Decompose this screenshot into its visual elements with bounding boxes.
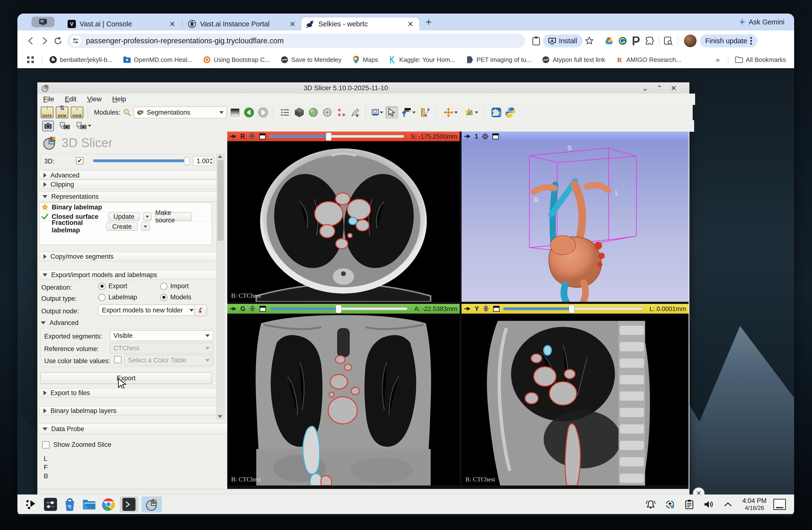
module-history-icon[interactable] xyxy=(279,107,291,118)
copy-move-collapsible[interactable]: Copy/move segments xyxy=(39,252,218,261)
view-menu-icon[interactable] xyxy=(259,306,266,312)
clipboard-tray-icon[interactable] xyxy=(681,497,697,512)
markups-asterisk-icon[interactable] xyxy=(335,107,347,118)
crosshair-button[interactable] xyxy=(442,107,460,118)
window-controls-pill[interactable] xyxy=(31,17,55,27)
annotations-pen-icon[interactable] xyxy=(349,107,361,118)
bookmark-item[interactable]: Maps xyxy=(352,56,378,64)
window-level-button[interactable] xyxy=(400,107,417,118)
reference-volume-combo[interactable]: CTChest xyxy=(110,343,213,353)
data-probe-collapsible[interactable]: Data Probe xyxy=(39,423,228,434)
tab-close-icon[interactable]: ✕ xyxy=(288,20,297,28)
tab-selkies[interactable]: Selkies - webrtc ✕ xyxy=(301,17,419,30)
pin-icon[interactable] xyxy=(230,133,237,140)
mesh-sphere-icon[interactable] xyxy=(321,107,333,118)
export-import-collapsible[interactable]: Export/import models and labelmaps xyxy=(39,270,219,280)
tab-close-icon[interactable]: ✕ xyxy=(168,20,177,28)
pin-icon[interactable] xyxy=(230,306,237,312)
show-zoomed-slice-checkbox[interactable]: Show Zoomed Slice xyxy=(42,441,111,448)
pin-icon[interactable] xyxy=(464,133,471,140)
binary-layers-collapsible[interactable]: Binary labelmap layers xyxy=(39,406,218,415)
viewport-coronal[interactable]: G A: -22.5383mm B: CTChest xyxy=(227,304,460,486)
module-selector[interactable]: Segmentations xyxy=(133,107,227,118)
representations-collapsible[interactable]: Representations xyxy=(39,192,219,201)
module-forward-button[interactable] xyxy=(257,107,269,118)
chrome-button[interactable] xyxy=(100,497,116,512)
show-desktop-button[interactable] xyxy=(773,499,786,510)
tab-vast-portal[interactable]: Vast.ai Instance Portal ✕ xyxy=(184,17,301,30)
file-manager-button[interactable] xyxy=(81,497,97,512)
save-button[interactable]: ↓SAVE xyxy=(71,107,83,118)
dicom-button[interactable]: ⇅DCM xyxy=(56,107,68,118)
view-menu-icon[interactable] xyxy=(493,306,500,312)
apps-grid-icon[interactable] xyxy=(24,53,37,67)
new-tab-button[interactable]: + xyxy=(425,16,432,28)
bookmark-item[interactable]: benbalter/jekyll-b... xyxy=(49,56,113,64)
system-settings-button[interactable] xyxy=(43,497,58,512)
address-bar[interactable]: passenger-profession-representations-gig… xyxy=(67,33,525,48)
menu-edit[interactable]: Edit xyxy=(65,95,76,103)
window-controls[interactable]: ⌄⌃✕ xyxy=(642,84,685,92)
slider-handle[interactable] xyxy=(326,132,332,141)
slider-handle[interactable] xyxy=(569,305,575,313)
slider-handle[interactable] xyxy=(184,157,190,165)
scrollbar-thumb[interactable] xyxy=(218,160,223,240)
export-advanced-collapsible[interactable]: Advanced xyxy=(41,319,78,327)
menu-file[interactable]: File xyxy=(43,95,54,103)
bookmark-item[interactable]: Kaggle: Your Hom... xyxy=(389,56,455,64)
tab-close-icon[interactable]: ✕ xyxy=(406,20,415,28)
scene-view-restore-button[interactable] xyxy=(76,120,91,132)
opacity-3d-checkbox[interactable]: ✔ xyxy=(76,157,83,164)
slicer-taskbar-button[interactable] xyxy=(142,497,162,512)
mouse-interaction-button[interactable] xyxy=(386,107,398,118)
exported-segments-combo[interactable]: Visible xyxy=(110,330,213,341)
bookmark-item[interactable]: R AMIGO Research... xyxy=(615,56,681,64)
all-bookmarks-button[interactable]: All Bookmarks xyxy=(735,56,786,64)
slider-handle[interactable] xyxy=(336,305,342,313)
reload-button[interactable] xyxy=(51,34,65,47)
create-dropdown-button[interactable] xyxy=(141,222,150,231)
bookmark-star-icon[interactable] xyxy=(582,34,596,47)
slicer-title-bar[interactable]: 3D Slicer 5.10.0-2025-11-10 ⌄⌃✕ xyxy=(38,82,689,94)
module-back-button[interactable] xyxy=(243,107,255,118)
opacity-slider[interactable] xyxy=(93,159,189,162)
python-console-icon[interactable] xyxy=(505,107,516,118)
scene-view-capture-button[interactable] xyxy=(59,120,71,132)
scroll-up-arrow[interactable] xyxy=(218,155,222,158)
taskbar-clock[interactable]: 4:04 PM 4/16/26 xyxy=(742,497,767,512)
viewport-3d[interactable]: S R L xyxy=(462,131,688,302)
send-to-device-icon[interactable] xyxy=(662,34,675,47)
layout-selector-button[interactable] xyxy=(372,107,383,118)
view-menu-icon[interactable] xyxy=(492,133,499,140)
bookmark-item[interactable]: Using Bootstrap C... xyxy=(203,56,270,64)
clipping-collapsible[interactable]: Clipping xyxy=(39,180,218,189)
extensions-manager-icon[interactable]: E xyxy=(491,107,502,118)
output-node-combo[interactable]: Export models to new folder xyxy=(98,305,197,316)
avatar[interactable] xyxy=(684,34,697,47)
back-button[interactable] xyxy=(24,34,38,47)
bookmark-item[interactable]: OpenMD.com Heal... xyxy=(123,56,192,64)
slice-visibility-icon[interactable] xyxy=(248,133,256,140)
view-menu-icon[interactable] xyxy=(259,133,266,140)
operation-import-radio[interactable]: Import xyxy=(160,282,189,290)
drive-extension-icon[interactable] xyxy=(603,34,616,47)
sagittal-slice-slider[interactable] xyxy=(503,307,643,310)
coronal-slice-slider[interactable] xyxy=(270,307,407,310)
grammarly-extension-icon[interactable] xyxy=(616,34,629,47)
p-extension-icon[interactable] xyxy=(629,34,643,47)
output-node-reset-button[interactable] xyxy=(194,305,207,316)
menu-view[interactable]: View xyxy=(87,95,101,103)
forward-button[interactable] xyxy=(38,34,51,47)
measurement-ruler-icon[interactable] xyxy=(420,107,431,118)
use-color-table-checkbox[interactable] xyxy=(114,356,121,363)
bookmark-item[interactable]: PET imaging of tu... xyxy=(466,56,532,64)
discover-store-button[interactable] xyxy=(62,497,78,512)
clipboard-icon[interactable] xyxy=(530,34,543,47)
site-settings-icon[interactable] xyxy=(70,35,81,46)
bookmark-item[interactable]: Atypon full text link xyxy=(542,56,605,64)
bookmarks-overflow-chevrons[interactable]: » xyxy=(716,56,720,64)
ask-gemini-button[interactable]: Ask Gemini xyxy=(739,18,784,26)
advanced-collapsible[interactable]: Advanced xyxy=(39,171,218,180)
updates-icon[interactable] xyxy=(662,497,678,512)
color-table-combo[interactable]: Select a Color Table xyxy=(125,355,213,366)
